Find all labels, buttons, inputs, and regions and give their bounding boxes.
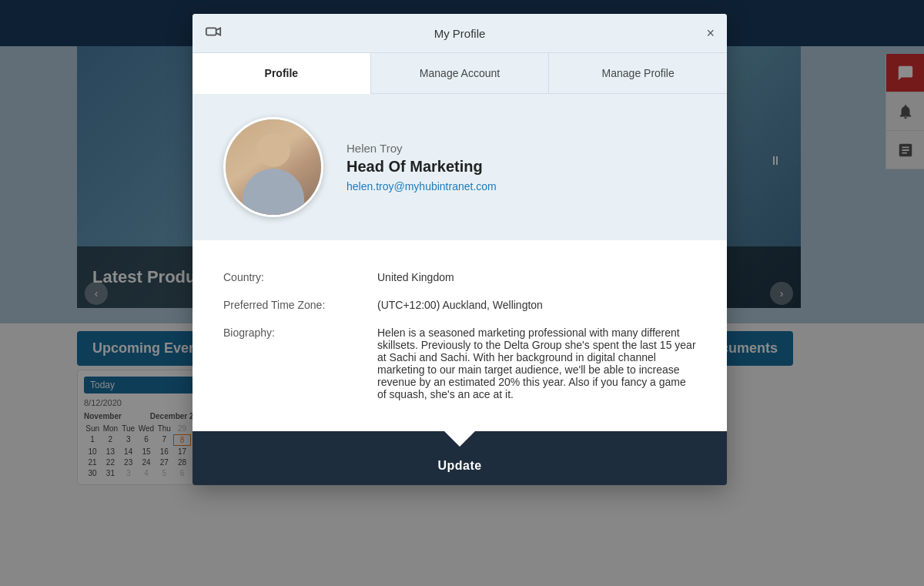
update-button[interactable]: Update — [192, 447, 727, 485]
modal-body: Helen Troy Head Of Marketing helen.troy@… — [192, 94, 727, 431]
modal-header: My Profile × — [192, 14, 727, 53]
biography-label: Biography: — [223, 319, 377, 408]
modal-header-left — [205, 23, 222, 43]
footer-triangle — [444, 431, 475, 447]
timezone-label: Preferred Time Zone: — [223, 291, 377, 319]
country-row: Country: United Kingdom — [223, 263, 696, 291]
modal-close-button[interactable]: × — [706, 26, 715, 40]
country-value: United Kingdom — [377, 263, 696, 291]
modal-title: My Profile — [434, 27, 486, 40]
profile-hero: Helen Troy Head Of Marketing helen.troy@… — [192, 94, 727, 240]
profile-job-title: Head Of Marketing — [346, 158, 696, 176]
modal-footer: Update — [192, 431, 727, 485]
svg-rect-0 — [206, 28, 216, 35]
tab-profile[interactable]: Profile — [192, 53, 371, 93]
tab-manage-profile[interactable]: Manage Profile — [549, 53, 727, 93]
profile-name: Helen Troy — [346, 142, 696, 155]
avatar — [223, 117, 323, 217]
modal-tabs: Profile Manage Account Manage Profile — [192, 53, 727, 94]
tab-manage-account[interactable]: Manage Account — [371, 53, 550, 93]
timezone-row: Preferred Time Zone: (UTC+12:00) Aucklan… — [223, 291, 696, 319]
video-camera-icon — [205, 23, 222, 43]
profile-email: helen.troy@myhubintranet.com — [346, 180, 696, 193]
my-profile-modal: My Profile × Profile Manage Account Mana… — [192, 14, 727, 485]
country-label: Country: — [223, 263, 377, 291]
profile-info: Helen Troy Head Of Marketing helen.troy@… — [346, 142, 696, 193]
timezone-value: (UTC+12:00) Auckland, Wellington — [377, 291, 696, 319]
biography-value: Helen is a seasoned marketing profession… — [377, 319, 696, 408]
profile-details-table: Country: United Kingdom Preferred Time Z… — [223, 263, 696, 408]
avatar-image — [226, 119, 321, 215]
biography-row: Biography: Helen is a seasoned marketing… — [223, 319, 696, 408]
